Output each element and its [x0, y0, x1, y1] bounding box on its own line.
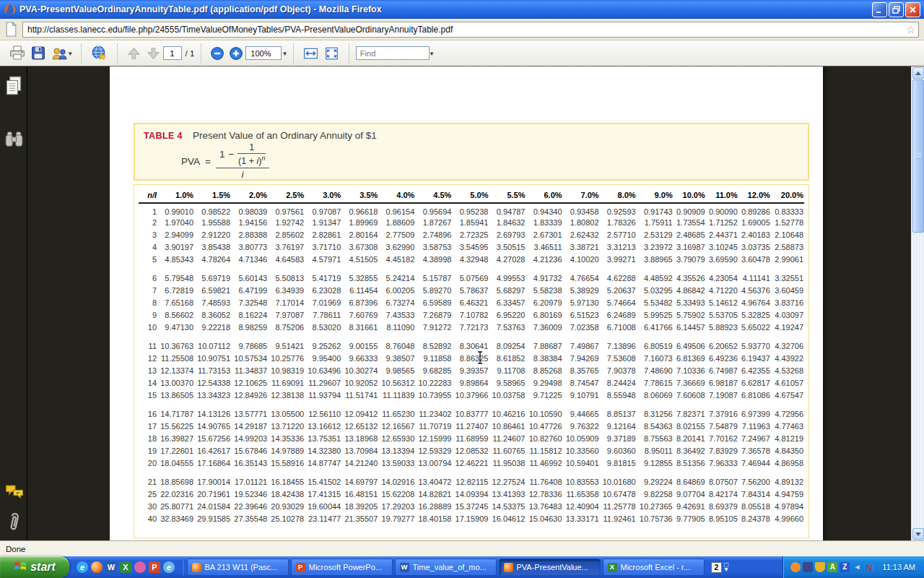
value-cell: 9.60360 — [600, 444, 637, 457]
value-cell: 15.62208 — [378, 488, 415, 500]
url-bar[interactable]: ☆ — [22, 22, 919, 38]
scrollbar-thumb[interactable] — [912, 79, 924, 233]
tray-green-icon[interactable]: A — [827, 562, 837, 572]
excel-icon: X — [608, 563, 617, 572]
value-cell: 7.65168 — [157, 296, 194, 309]
firefox-icon[interactable] — [91, 561, 103, 573]
table-row: 87.651687.485937.325487.170147.019696.87… — [139, 296, 804, 309]
value-cell: 7.02358 — [563, 321, 600, 333]
restore-button[interactable] — [889, 2, 904, 17]
value-cell: 13.33171 — [563, 512, 600, 525]
value-cell: 18.39205 — [341, 500, 378, 512]
tray-messenger-icon[interactable] — [803, 562, 813, 572]
value-cell: 3.62990 — [378, 241, 415, 253]
value-cell: 22.39646 — [231, 500, 268, 512]
internet-explorer-alt-icon[interactable]: e — [163, 561, 175, 573]
value-cell: 16.18455 — [268, 475, 305, 488]
value-cell: 5.58238 — [526, 284, 562, 296]
value-cell: 5.41719 — [305, 272, 341, 284]
page-number-input[interactable] — [163, 46, 182, 60]
titlebar[interactable]: PVA-PresentValueOrdinaryAnnuityTable.pdf… — [0, 0, 924, 19]
url-input[interactable] — [22, 22, 919, 38]
hide-icons-chevron[interactable]: □▾ — [724, 563, 728, 571]
previous-page-button[interactable] — [124, 43, 144, 64]
value-cell: 8.35765 — [563, 364, 600, 376]
search-binoculars-icon[interactable] — [4, 130, 24, 152]
tray-zone-icon[interactable]: Z — [840, 562, 850, 572]
value-cell: 4.91732 — [526, 272, 562, 284]
zoom-out-button[interactable] — [208, 43, 227, 64]
pva-table-body: 10.990100.985220.980390.975610.970870.96… — [139, 203, 804, 525]
print-button[interactable] — [6, 43, 28, 64]
email-button[interactable]: ▾ — [48, 43, 74, 64]
zoom-dropdown-arrow[interactable]: ▾ — [283, 50, 287, 57]
email-dropdown-arrow[interactable]: ▾ — [69, 50, 72, 57]
find-input[interactable] — [356, 46, 430, 60]
internet-explorer-icon[interactable]: e — [77, 561, 88, 573]
bookmark-star-icon[interactable]: ☆ — [906, 23, 915, 36]
value-cell: 10.33560 — [563, 444, 600, 457]
close-button[interactable] — [905, 2, 920, 17]
value-cell: 2.53129 — [637, 228, 674, 241]
period-cell: 12 — [139, 352, 157, 364]
scroll-up-button[interactable] — [912, 67, 924, 79]
next-page-button[interactable] — [144, 43, 163, 64]
value-cell: 1.94156 — [231, 216, 268, 228]
value-cell: 5.24214 — [378, 272, 415, 284]
value-cell: 10.56312 — [378, 376, 415, 389]
value-cell: 1.92742 — [268, 216, 305, 228]
value-cell: 9.76322 — [563, 420, 600, 432]
save-button[interactable] — [28, 43, 48, 64]
taskbar-badge[interactable]: 2 — [711, 562, 722, 573]
web-link-button[interactable] — [88, 43, 110, 64]
period-cell: 11 — [139, 340, 157, 352]
table-caption-box: TABLE 4 Present Value of an Ordinary Ann… — [134, 123, 809, 181]
word-icon[interactable]: W — [105, 561, 117, 573]
value-cell: 6.73274 — [378, 296, 415, 309]
tray-novell-icon[interactable]: N — [864, 562, 874, 572]
zoom-in-button[interactable] — [227, 43, 245, 64]
comments-panel-icon[interactable] — [4, 484, 25, 504]
value-cell: 18.85698 — [157, 475, 194, 488]
value-cell: 0.96618 — [341, 203, 378, 216]
taskbar-button[interactable]: PMicrosoft PowerPo... — [291, 558, 393, 576]
excel-icon[interactable]: X — [120, 561, 131, 573]
attachments-panel-icon[interactable] — [6, 510, 21, 536]
value-cell: 12.10625 — [231, 376, 268, 389]
taskbar-button[interactable]: PVA-PresentValue... — [499, 558, 601, 576]
value-cell: 4.03097 — [771, 309, 804, 321]
value-cell: 16.35143 — [231, 457, 268, 469]
taskbar-button[interactable]: BA 213 W11 (Pasc... — [187, 558, 289, 576]
vertical-scrollbar[interactable] — [911, 66, 924, 540]
value-cell: 11.15812 — [526, 444, 562, 457]
key-icon[interactable] — [134, 561, 146, 573]
powerpoint-icon[interactable]: P — [149, 561, 160, 573]
value-cell: 6.59821 — [194, 284, 231, 296]
minimize-button[interactable] — [872, 2, 887, 17]
zoom-level-select[interactable]: 100% — [245, 46, 282, 60]
tray-volume-icon[interactable]: ◄ — [852, 562, 862, 572]
start-button[interactable]: start — [0, 556, 69, 578]
value-cell: 6.71008 — [600, 321, 637, 333]
value-cell: 9.11858 — [415, 352, 452, 364]
taskbar-button[interactable]: XMicrosoft Excel - r... — [603, 558, 705, 576]
fit-page-button[interactable] — [321, 43, 342, 64]
taskbar-button[interactable]: WTime_value_of_mo... — [395, 558, 497, 576]
find-dropdown-arrow[interactable]: ▾ — [430, 50, 434, 57]
value-cell: 4.85343 — [157, 253, 194, 265]
value-cell: 3.50515 — [489, 241, 526, 253]
quick-launch: eWXPe — [77, 561, 175, 573]
value-cell: 11.65230 — [378, 407, 415, 420]
pages-panel-icon[interactable] — [4, 75, 23, 100]
scroll-down-button[interactable] — [912, 528, 924, 540]
period-cell: 8 — [139, 296, 157, 309]
value-cell: 10.90751 — [194, 352, 231, 364]
value-cell: 7.17014 — [268, 296, 305, 309]
page-icon[interactable] — [5, 22, 17, 37]
value-cell: 6.23028 — [305, 284, 341, 296]
value-cell: 7.36009 — [526, 321, 562, 333]
value-cell: 16.39827 — [157, 432, 194, 444]
tray-orange-icon[interactable] — [790, 562, 801, 572]
tray-shield-icon[interactable] — [815, 562, 825, 572]
fit-width-button[interactable] — [300, 43, 321, 64]
